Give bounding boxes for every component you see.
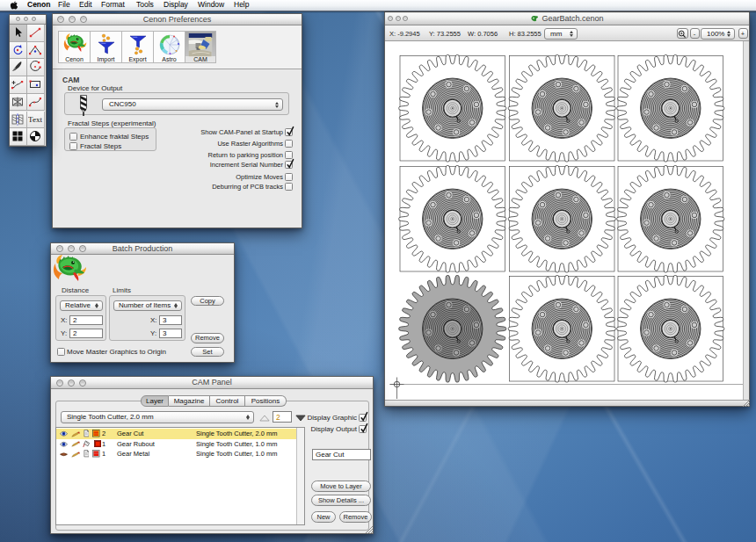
zoom-button[interactable]	[79, 245, 86, 252]
tool-popup[interactable]: Single Tooth Cutter, 2.0 mm	[61, 411, 254, 423]
layer-color-swatch[interactable]	[94, 440, 102, 448]
menu-file[interactable]: File	[58, 0, 70, 10]
eye-open-icon[interactable]	[60, 441, 68, 448]
option-checkbox[interactable]	[285, 140, 293, 148]
close-button[interactable]	[388, 16, 393, 21]
move-layer-up-icon[interactable]	[259, 415, 270, 422]
tool-add-point[interactable]	[27, 42, 45, 60]
option-checkbox[interactable]	[285, 161, 293, 169]
menu-display[interactable]: Display	[164, 0, 188, 10]
limits-x-field[interactable]: 3	[159, 315, 182, 326]
move-layer-down-icon[interactable]	[295, 415, 306, 422]
arc-icon	[28, 60, 42, 74]
tab-magazine[interactable]: Magazine	[169, 395, 210, 407]
minimize-button[interactable]	[68, 245, 75, 252]
zoom-tool-button[interactable]	[677, 28, 688, 39]
tool-rectangle[interactable]	[27, 76, 45, 94]
layer-row-3[interactable]: 1 Gear Metal Single Tooth Cutter, 1.0 mm	[56, 449, 297, 459]
copy-button[interactable]: Copy	[191, 296, 224, 307]
option-checkbox[interactable]	[285, 128, 293, 136]
display-output-checkbox[interactable]	[359, 425, 367, 433]
tab-layer[interactable]: Layer	[141, 395, 169, 407]
tool-arc[interactable]	[27, 59, 45, 76]
resize-handle[interactable]	[363, 524, 373, 533]
close-button[interactable]	[16, 17, 20, 21]
edit-pen-icon[interactable]	[71, 452, 80, 458]
set-button[interactable]: Set	[191, 347, 224, 358]
tool-marker[interactable]	[27, 128, 45, 146]
cam-panel-titlebar[interactable]: CAM Panel	[51, 377, 373, 389]
limits-mode-popup[interactable]: Number of Items	[113, 300, 182, 311]
batch-titlebar[interactable]: Batch Production	[51, 243, 234, 255]
tool-clip-rect[interactable]	[10, 112, 27, 129]
knife-icon	[11, 60, 25, 74]
tool-text[interactable]: Text	[27, 112, 45, 129]
distance-y-field[interactable]: 2	[69, 329, 103, 339]
spline-icon	[28, 95, 42, 109]
distance-x-field[interactable]: 2	[69, 315, 103, 326]
page-icon	[84, 450, 90, 458]
minimize-button[interactable]	[68, 379, 75, 387]
zoom-button[interactable]	[79, 379, 86, 387]
limits-y-field[interactable]: 3	[159, 329, 182, 339]
tool-rotate[interactable]	[10, 42, 27, 60]
text-icon: Text	[28, 112, 42, 126]
close-button[interactable]	[56, 379, 63, 387]
tool-sinking[interactable]	[10, 128, 27, 146]
cam-panel-title: CAM Panel	[192, 378, 232, 387]
menu-format[interactable]: Format	[101, 0, 125, 10]
zoom-level-popup[interactable]: 100%	[701, 28, 735, 40]
tool-knife[interactable]	[10, 59, 27, 76]
tool-web[interactable]	[10, 94, 27, 112]
edit-pen-icon[interactable]	[71, 441, 80, 447]
show-details-button[interactable]: Show Details ...	[311, 495, 371, 506]
palette-titlebar[interactable]	[10, 15, 46, 25]
edit-pen-icon[interactable]	[71, 431, 80, 437]
layer-table[interactable]: 2 Gear Cut Single Tooth Cutter, 2.0 mm 1…	[55, 427, 305, 525]
layer-color-swatch[interactable]	[92, 450, 100, 458]
tab-control[interactable]: Control	[210, 395, 245, 407]
eye-open-icon[interactable]	[60, 430, 68, 437]
zoom-button[interactable]	[403, 16, 408, 21]
option-checkbox[interactable]	[285, 173, 293, 181]
table-scrollbar[interactable]	[296, 428, 304, 524]
zoom-in-button[interactable]: +	[738, 28, 748, 39]
new-button[interactable]: New	[311, 511, 336, 523]
layer-level-field[interactable]: 2	[273, 411, 292, 423]
menu-help[interactable]: Help	[234, 0, 249, 10]
tab-positions[interactable]: Positions	[245, 395, 287, 407]
menu-edit[interactable]: Edit	[79, 0, 92, 10]
tool-spline[interactable]	[27, 94, 45, 112]
tool-line[interactable]	[27, 25, 45, 42]
tool-select[interactable]	[10, 25, 27, 42]
unit-popup[interactable]: mm	[544, 28, 578, 40]
menu-window[interactable]: Window	[198, 0, 224, 10]
layer-color-swatch[interactable]	[92, 430, 100, 437]
remove-layer-button[interactable]: Remove	[339, 511, 372, 523]
minimize-button[interactable]	[24, 17, 28, 21]
close-button[interactable]	[56, 245, 63, 252]
display-graphic-checkbox[interactable]	[359, 414, 367, 422]
resize-handle[interactable]	[740, 397, 750, 407]
document-canvas[interactable]	[385, 41, 744, 401]
join-icon	[11, 77, 25, 91]
move-to-layer-button[interactable]: Move to Layer	[311, 481, 371, 492]
menu-tools[interactable]: Tools	[136, 0, 154, 10]
layer-row-2[interactable]: 1 Gear Rubout Single Tooth Cutter, 1.0 m…	[56, 439, 297, 450]
layer-name-field[interactable]: Gear Cut	[312, 449, 371, 460]
apple-menu-icon[interactable]	[10, 1, 18, 10]
menu-app[interactable]: Cenon	[27, 0, 50, 10]
cam-panel-window: CAM Panel Layer Magazine Control Positio…	[50, 376, 374, 534]
coord-x: X: -9.2945	[389, 30, 420, 38]
minimize-button[interactable]	[396, 16, 401, 21]
remove-button[interactable]: Remove	[191, 333, 224, 343]
zoom-out-button[interactable]: -	[690, 28, 700, 39]
tool-join[interactable]	[10, 76, 27, 94]
layer-row-1[interactable]: 2 Gear Cut Single Tooth Cutter, 2.0 mm	[56, 429, 297, 439]
document-titlebar[interactable]: GearBatch.cenon	[385, 12, 749, 25]
zoom-button[interactable]	[32, 17, 36, 21]
move-master-checkbox[interactable]	[57, 348, 65, 356]
option-checkbox[interactable]	[285, 183, 293, 191]
distance-mode-popup[interactable]: Relative	[60, 300, 103, 311]
eye-closed-icon[interactable]	[60, 451, 68, 458]
